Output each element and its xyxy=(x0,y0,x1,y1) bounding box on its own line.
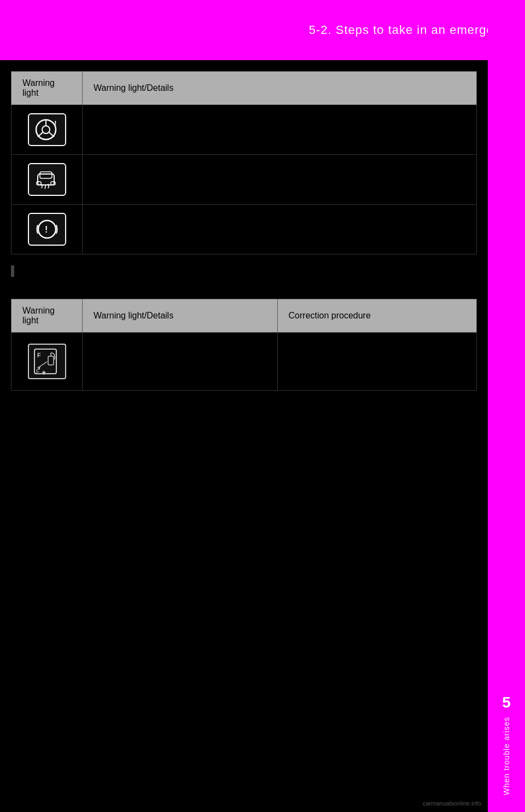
bottom-table-col2-header: Warning light/Details xyxy=(83,299,278,332)
section-note xyxy=(11,265,477,277)
section-label: When trouble arises xyxy=(502,717,511,796)
fuel-gauge-icon: F E ✱ xyxy=(28,344,66,379)
main-content: Warning light Warning light/Details xyxy=(0,60,488,812)
table-row: F E ✱ xyxy=(11,332,477,390)
fuel-correction-procedure xyxy=(277,332,476,390)
svg-rect-7 xyxy=(40,172,52,178)
section-number: 5 xyxy=(502,694,511,711)
footer-logo: carmanualsonline.info xyxy=(423,800,481,807)
top-table-col1-header: Warning light xyxy=(11,72,83,105)
brake-warning-icon: ! xyxy=(28,213,66,246)
svg-point-1 xyxy=(42,126,50,134)
table-row xyxy=(11,155,477,205)
svg-text:!: ! xyxy=(54,119,57,128)
top-table-col2-header: Warning light/Details xyxy=(83,72,477,105)
right-sidebar: 5 When trouble arises xyxy=(488,0,525,812)
fuel-warning-icon-cell: F E ✱ xyxy=(11,332,83,390)
svg-text:F: F xyxy=(37,352,41,358)
page-title: 5-2. Steps to take in an emergency xyxy=(309,23,514,37)
accent-bar xyxy=(11,265,14,277)
table-row: ! xyxy=(11,105,477,155)
page-header: 5-2. Steps to take in an emergency xyxy=(0,0,525,60)
bottom-table-col3-header: Correction procedure xyxy=(277,299,476,332)
svg-line-3 xyxy=(38,132,43,137)
skid-warning-icon-cell xyxy=(11,155,83,205)
steering-warning-icon-cell: ! xyxy=(11,105,83,155)
section-note-text xyxy=(27,266,30,275)
steering-warning-detail xyxy=(83,105,477,155)
skid-warning-icon xyxy=(28,163,66,196)
bottom-table-col1-header: Warning light xyxy=(11,299,83,332)
svg-text:!: ! xyxy=(45,225,48,234)
warning-light-table-bottom: Warning light Warning light/Details Corr… xyxy=(11,299,477,391)
steering-warning-icon: ! xyxy=(28,113,66,146)
svg-line-4 xyxy=(49,132,54,137)
brake-warning-detail xyxy=(83,205,477,254)
svg-text:✱: ✱ xyxy=(42,370,46,376)
fuel-warning-detail xyxy=(83,332,278,390)
table-row: ! xyxy=(11,205,477,254)
skid-warning-detail xyxy=(83,155,477,205)
brake-warning-icon-cell: ! xyxy=(11,205,83,254)
warning-light-table-top: Warning light Warning light/Details xyxy=(11,71,477,254)
